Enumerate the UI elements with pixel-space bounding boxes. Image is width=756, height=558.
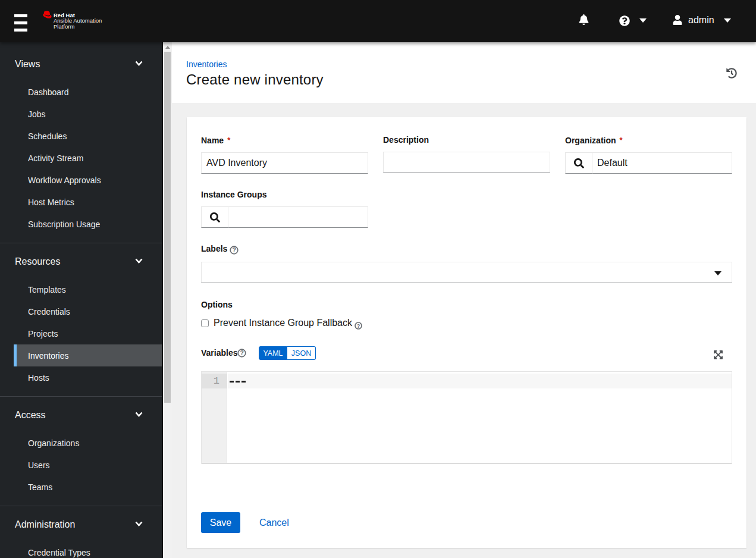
svg-text:?: ?	[357, 323, 360, 329]
svg-text:?: ?	[233, 246, 236, 253]
svg-text:?: ?	[240, 349, 243, 356]
